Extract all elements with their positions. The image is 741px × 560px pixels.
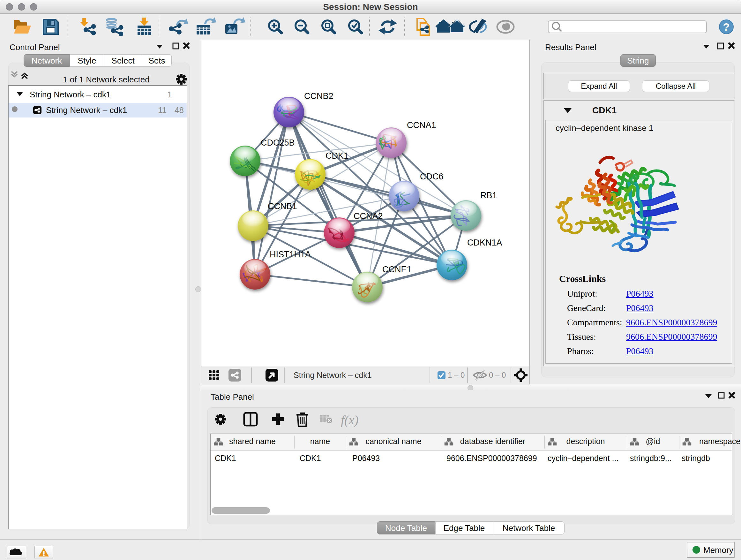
- svg-text:CDK1: CDK1: [326, 151, 348, 161]
- svg-text:RB1: RB1: [480, 191, 497, 200]
- svg-text:CCNB1: CCNB1: [268, 201, 297, 211]
- svg-text:CDC25B: CDC25B: [261, 138, 295, 147]
- svg-text:0 – 0: 0 – 0: [489, 371, 506, 379]
- svg-text:HIST1H1A: HIST1H1A: [270, 250, 311, 259]
- svg-text:CDC6: CDC6: [420, 172, 444, 181]
- svg-text:CCNA1: CCNA1: [407, 120, 436, 130]
- svg-text:CDKN1A: CDKN1A: [467, 238, 502, 247]
- svg-text:f(x): f(x): [341, 413, 359, 427]
- svg-text:CCNE1: CCNE1: [382, 265, 412, 274]
- svg-text:CCNA2: CCNA2: [354, 211, 383, 221]
- svg-text:CCNB2: CCNB2: [304, 91, 333, 101]
- svg-text:?: ?: [723, 21, 730, 33]
- svg-text:1 – 0: 1 – 0: [448, 371, 465, 379]
- svg-text:String Network – cdk1: String Network – cdk1: [293, 371, 372, 380]
